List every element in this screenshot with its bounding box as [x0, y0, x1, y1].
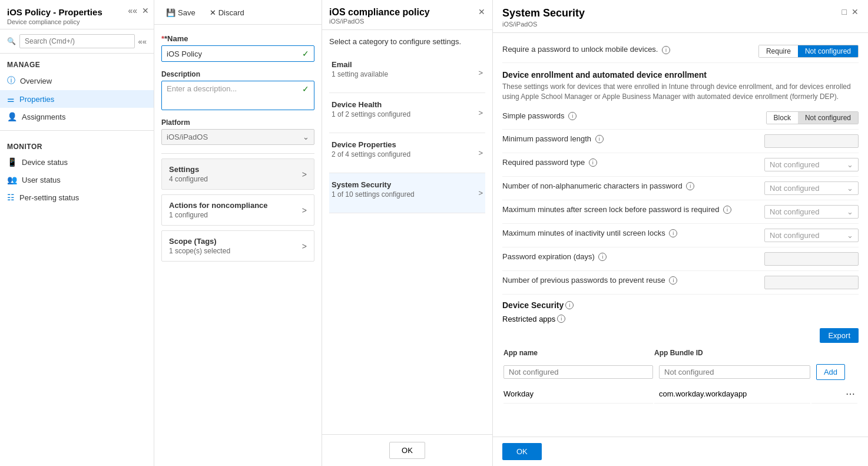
inactivity-control: Not configured ⌄ [764, 229, 859, 242]
scope-chevron-icon: > [302, 242, 307, 251]
name-input[interactable]: iOS Policy ✓ [161, 45, 314, 62]
sidebar-item-device-status[interactable]: 📱 Device status [0, 153, 154, 171]
collapse-icon[interactable]: «« [138, 37, 147, 46]
device-security-info-icon[interactable]: i [565, 301, 574, 309]
non-alpha-info-icon[interactable]: i [686, 182, 694, 190]
sidebar-item-per-setting-label: Per-setting status [19, 193, 79, 202]
app-bundle-input[interactable] [659, 365, 810, 379]
scope-section-subtitle: 1 scope(s) selected [169, 247, 230, 255]
expiration-info-icon[interactable]: i [598, 253, 607, 261]
platform-label: Platform [161, 118, 314, 127]
password-expiration-row: Password expiration (days) i 41 [502, 247, 859, 271]
actions-section-item[interactable]: Actions for noncompliance 1 configured > [161, 194, 314, 226]
simple-passwords-control: Block Not configured [766, 111, 859, 124]
reuse-input[interactable]: 5 [764, 276, 859, 289]
simple-passwords-info-icon[interactable]: i [568, 112, 577, 120]
category-properties-detail: 2 of 4 settings configured [332, 150, 410, 158]
system-ok-button[interactable]: OK [502, 443, 542, 460]
discard-icon: ✕ [210, 8, 216, 17]
not-configured-btn[interactable]: Not configured [798, 45, 858, 57]
category-device-health[interactable]: Device Health 1 of 2 settings configured… [329, 93, 485, 133]
close-compliance-button[interactable]: ✕ [478, 7, 485, 16]
sidebar-item-user-status[interactable]: 👥 User status [0, 171, 154, 189]
save-label: Save [178, 8, 196, 17]
min-password-control: 4 [764, 134, 859, 148]
search-input[interactable] [19, 34, 135, 48]
sidebar-item-overview[interactable]: ⓘ Overview [0, 71, 154, 90]
expiration-input[interactable]: 41 [764, 252, 859, 266]
require-password-info-icon[interactable]: i [662, 46, 670, 54]
required-type-control: Not configured ⌄ [764, 158, 859, 171]
compliance-title: iOS compliance policy [329, 7, 430, 18]
screen-lock-dropdown[interactable]: Not configured ⌄ [764, 205, 859, 219]
category-health-label: Device Health [332, 100, 410, 109]
app-name-input-row: Add [503, 361, 857, 384]
app-name-input[interactable] [503, 365, 653, 379]
required-type-info-icon[interactable]: i [589, 158, 597, 167]
min-password-input[interactable]: 4 [764, 134, 859, 148]
system-security-subtitle: iOS/iPadOS [502, 21, 585, 28]
simple-passwords-label: Simple passwords i [502, 111, 766, 121]
prevent-reuse-row: Number of previous passwords to prevent … [502, 271, 859, 295]
non-alpha-control: Not configured ⌄ [764, 181, 859, 195]
inactivity-info-icon[interactable]: i [669, 229, 677, 237]
close-sidebar-button[interactable]: ✕ [142, 6, 149, 15]
restricted-apps-table: App name App Bundle ID Add [502, 348, 859, 405]
maximize-button[interactable]: □ [842, 7, 847, 16]
enrollment-desc: These settings work for devices that wer… [502, 82, 859, 102]
expiration-control: 41 [764, 252, 859, 266]
properties-chevron-icon: > [478, 148, 483, 157]
restricted-apps-label: Restricted apps [502, 315, 555, 323]
save-button[interactable]: 💾 Save [161, 6, 200, 19]
chevron-down-icon: ⌄ [303, 133, 309, 141]
device-security-heading: Device Security [502, 300, 564, 310]
non-alpha-dropdown[interactable]: Not configured ⌄ [764, 181, 859, 195]
category-security-detail: 1 of 10 settings configured [332, 190, 415, 199]
require-password-label: Require a password to unlock mobile devi… [502, 45, 758, 54]
category-email[interactable]: Email 1 setting available > [329, 53, 485, 93]
compliance-intro: Select a category to configure settings. [329, 37, 485, 46]
discard-button[interactable]: ✕ Discard [205, 6, 249, 19]
add-app-button[interactable]: Add [816, 364, 845, 380]
discard-label: Discard [218, 8, 244, 17]
simple-passwords-row: Simple passwords i Block Not configured [502, 107, 859, 130]
system-security-footer: OK [493, 437, 868, 466]
screen-lock-control: Not configured ⌄ [764, 205, 859, 219]
inactivity-dropdown[interactable]: Not configured ⌄ [764, 229, 859, 242]
sidebar-item-per-setting[interactable]: ☷ Per-setting status [0, 189, 154, 206]
compliance-header: iOS compliance policy iOS/iPadOS ✕ [322, 0, 492, 30]
reuse-control: 5 [764, 276, 859, 289]
name-label: **Name [161, 34, 314, 43]
screen-lock-info-icon[interactable]: i [723, 206, 731, 214]
required-type-dropdown[interactable]: Not configured ⌄ [764, 158, 859, 171]
sidebar-item-assignments[interactable]: 👤 Assignments [0, 108, 154, 125]
compliance-ok-button[interactable]: OK [389, 442, 425, 459]
settings-section-item[interactable]: Settings 4 configured > [161, 158, 314, 190]
scope-section-item[interactable]: Scope (Tags) 1 scope(s) selected > [161, 230, 314, 262]
compliance-panel: iOS compliance policy iOS/iPadOS ✕ Selec… [322, 0, 493, 466]
require-btn[interactable]: Require [759, 45, 798, 57]
system-security-body: Require a password to unlock mobile devi… [493, 33, 868, 437]
workday-more-button[interactable]: ⋯ [843, 388, 857, 399]
min-password-row: Minimum password length i 4 [502, 130, 859, 153]
sidebar-item-properties-label: Properties [19, 95, 54, 104]
category-device-properties[interactable]: Device Properties 2 of 4 settings config… [329, 133, 485, 173]
required-type-chevron-icon: ⌄ [847, 160, 853, 169]
not-configured-simple-btn[interactable]: Not configured [798, 112, 858, 124]
category-system-security[interactable]: System Security 1 of 10 settings configu… [329, 173, 485, 213]
block-btn[interactable]: Block [767, 112, 798, 124]
workday-bundle: com.workday.workdayapp [654, 385, 810, 404]
reuse-info-icon[interactable]: i [669, 276, 677, 285]
description-label: Description [161, 70, 314, 78]
close-system-button[interactable]: ✕ [852, 7, 859, 16]
max-screen-lock-row: Maximum minutes after screen lock before… [502, 200, 859, 224]
restricted-apps-row: Restricted apps i [502, 312, 859, 328]
app-bundle-col-header: App Bundle ID [654, 349, 810, 359]
export-button[interactable]: Export [820, 328, 859, 343]
collapse-button[interactable]: «« [128, 6, 137, 15]
sidebar-item-properties[interactable]: ⚌ Properties [0, 90, 154, 108]
restricted-apps-info-icon[interactable]: i [557, 315, 565, 323]
min-password-info-icon[interactable]: i [595, 135, 604, 143]
category-health-detail: 1 of 2 settings configured [332, 110, 410, 118]
description-input[interactable]: Enter a description... ✓ [161, 81, 314, 110]
